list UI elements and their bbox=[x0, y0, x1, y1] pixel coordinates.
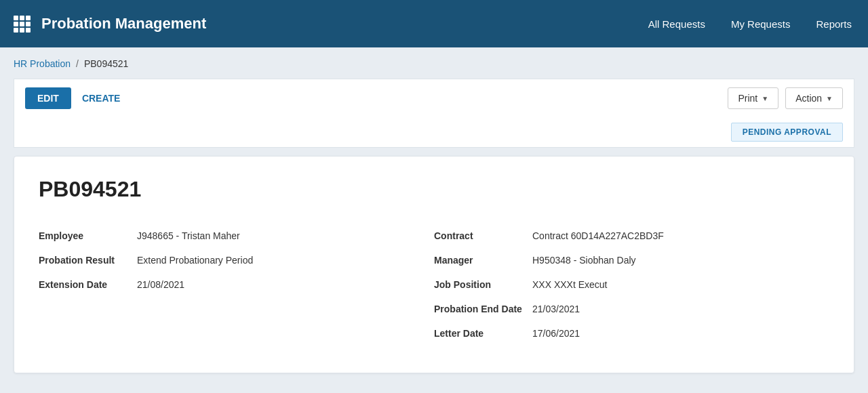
field-employee: Employee J948665 - Tristan Maher bbox=[39, 224, 434, 248]
contract-value: Contract 60D14A227AC2BD3F bbox=[532, 230, 664, 241]
nav-reports[interactable]: Reports bbox=[813, 13, 854, 35]
employee-label: Employee bbox=[39, 230, 137, 241]
employee-value: J948665 - Tristan Maher bbox=[137, 230, 240, 241]
right-column: Contract Contract 60D14A227AC2BD3F Manag… bbox=[434, 224, 829, 346]
field-extension-date: Extension Date 21/08/2021 bbox=[39, 272, 434, 297]
extension-date-label: Extension Date bbox=[39, 279, 137, 290]
probation-result-label: Probation Result bbox=[39, 255, 137, 266]
probation-result-value: Extend Probationary Period bbox=[137, 255, 253, 266]
record-id: PB094521 bbox=[39, 177, 829, 202]
contract-label: Contract bbox=[434, 230, 532, 241]
card-fields: Employee J948665 - Tristan Maher Probati… bbox=[39, 224, 829, 346]
grid-icon[interactable] bbox=[14, 16, 31, 33]
action-chevron-icon: ▼ bbox=[826, 95, 833, 102]
nav-all-requests[interactable]: All Requests bbox=[646, 13, 708, 35]
status-bar: PENDING APPROVAL bbox=[14, 117, 854, 148]
toolbar-right: Print ▼ Action ▼ bbox=[728, 87, 843, 109]
app-title: Probation Management bbox=[41, 15, 646, 33]
job-position-value: XXX XXXt Execut bbox=[532, 279, 608, 290]
breadcrumb-separator: / bbox=[76, 58, 79, 69]
breadcrumb-parent[interactable]: HR Probation bbox=[14, 58, 71, 69]
action-dropdown[interactable]: Action ▼ bbox=[785, 87, 843, 109]
letter-date-value: 17/06/2021 bbox=[532, 328, 580, 339]
field-manager: Manager H950348 - Siobhan Daly bbox=[434, 248, 829, 272]
breadcrumb: HR Probation / PB094521 bbox=[14, 58, 854, 69]
field-job-position: Job Position XXX XXXt Execut bbox=[434, 272, 829, 297]
breadcrumb-current: PB094521 bbox=[84, 58, 128, 69]
field-letter-date: Letter Date 17/06/2021 bbox=[434, 321, 829, 346]
detail-card: PB094521 Employee J948665 - Tristan Mahe… bbox=[14, 156, 854, 373]
field-contract: Contract Contract 60D14A227AC2BD3F bbox=[434, 224, 829, 248]
edit-button[interactable]: EDIT bbox=[25, 87, 71, 109]
content-wrapper: HR Probation / PB094521 EDIT CREATE Prin… bbox=[0, 47, 868, 384]
print-label: Print bbox=[738, 93, 757, 104]
extension-date-value: 21/08/2021 bbox=[137, 279, 184, 290]
field-probation-result: Probation Result Extend Probationary Per… bbox=[39, 248, 434, 272]
probation-end-date-label: Probation End Date bbox=[434, 304, 532, 314]
print-chevron-icon: ▼ bbox=[762, 95, 768, 102]
create-button[interactable]: CREATE bbox=[79, 87, 123, 109]
nav-my-requests[interactable]: My Requests bbox=[728, 13, 793, 35]
manager-label: Manager bbox=[434, 255, 532, 266]
action-label: Action bbox=[795, 93, 822, 104]
toolbar: EDIT CREATE Print ▼ Action ▼ bbox=[14, 79, 854, 117]
manager-value: H950348 - Siobhan Daly bbox=[532, 255, 636, 266]
left-column: Employee J948665 - Tristan Maher Probati… bbox=[39, 224, 434, 346]
nav-links: All Requests My Requests Reports bbox=[646, 13, 854, 35]
print-dropdown[interactable]: Print ▼ bbox=[728, 87, 778, 109]
field-probation-end-date: Probation End Date 21/03/2021 bbox=[434, 297, 829, 321]
status-badge: PENDING APPROVAL bbox=[731, 123, 843, 142]
job-position-label: Job Position bbox=[434, 279, 532, 290]
probation-end-date-value: 21/03/2021 bbox=[532, 304, 580, 314]
navbar: Probation Management All Requests My Req… bbox=[0, 0, 868, 47]
letter-date-label: Letter Date bbox=[434, 328, 532, 339]
